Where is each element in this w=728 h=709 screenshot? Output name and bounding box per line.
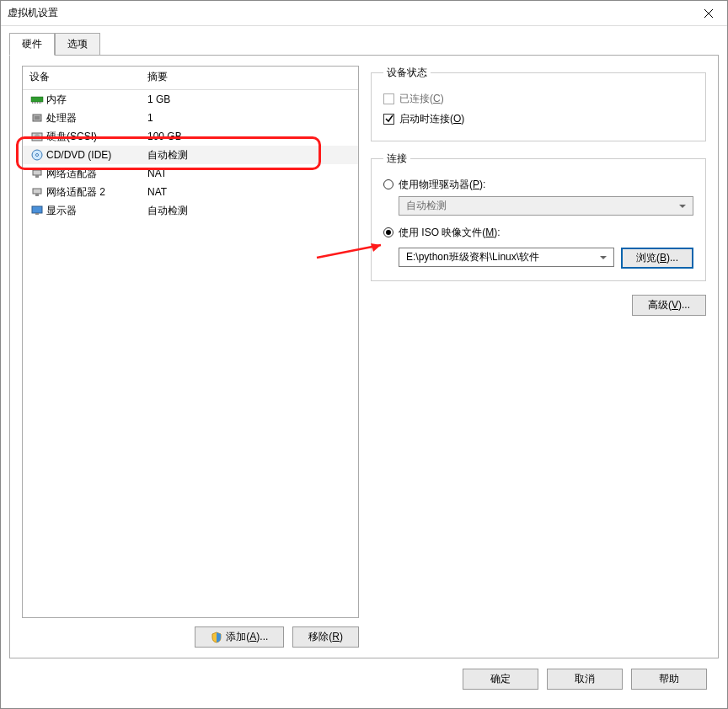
device-summary: 1 GB xyxy=(147,93,351,105)
device-summary: NAT xyxy=(147,186,351,198)
svg-rect-16 xyxy=(35,175,39,178)
advanced-button[interactable]: 高级(V)... xyxy=(632,295,706,316)
svg-rect-15 xyxy=(33,170,41,175)
tab-options[interactable]: 选项 xyxy=(55,33,100,55)
window-title: 虚拟机设置 xyxy=(8,6,58,20)
iso-radio-row[interactable]: 使用 ISO 映像文件(M): xyxy=(383,222,693,243)
svg-rect-7 xyxy=(39,102,40,104)
tab-options-label: 选项 xyxy=(67,38,88,50)
svg-rect-6 xyxy=(37,102,38,104)
device-summary: 自动检测 xyxy=(147,204,351,218)
device-row-net2[interactable]: 网络适配器 2 NAT xyxy=(23,183,358,201)
physical-drive-label: 使用物理驱动器(P): xyxy=(399,178,485,192)
device-status-group: 设备状态 已连接(C) 启动时连接(O) xyxy=(371,66,706,141)
device-name: CD/DVD (IDE) xyxy=(46,149,147,161)
connect-on-start-checkbox[interactable] xyxy=(383,114,394,125)
device-summary: NAT xyxy=(147,168,351,179)
device-row-disk[interactable]: 硬盘(SCSI) 100 GB xyxy=(23,127,358,146)
device-summary: 自动检测 xyxy=(147,148,351,163)
iso-file-row: E:\python班级资料\Linux\软件 浏览(B)... xyxy=(399,248,693,269)
browse-label: 浏览(B)... xyxy=(636,252,678,264)
device-list[interactable]: 设备 摘要 内存 1 GB 处理器 1 硬盘 xyxy=(22,66,359,618)
cpu-icon xyxy=(29,111,45,125)
connected-checkbox-row: 已连接(C) xyxy=(383,88,693,109)
tab-hardware-label: 硬件 xyxy=(22,38,42,50)
svg-rect-20 xyxy=(35,213,39,215)
advanced-label: 高级(V)... xyxy=(648,298,690,312)
browse-button[interactable]: 浏览(B)... xyxy=(621,248,693,269)
right-column: 设备状态 已连接(C) 启动时连接(O) 连接 xyxy=(371,66,706,648)
svg-rect-4 xyxy=(34,102,35,104)
physical-drive-value: 自动检测 xyxy=(406,199,447,213)
svg-rect-10 xyxy=(35,116,40,120)
dialog-body: 硬件 选项 设备 摘要 内存 1 GB 处理器 xyxy=(1,26,727,708)
vm-settings-window: 虚拟机设置 硬件 选项 设备 摘要 内存 1 GB xyxy=(0,0,728,709)
device-row-net1[interactable]: 网络适配器 NAT xyxy=(23,164,358,183)
close-icon xyxy=(704,9,713,18)
connection-legend: 连接 xyxy=(383,152,410,166)
header-device: 设备 xyxy=(29,70,147,84)
connect-on-start-label: 启动时连接(O) xyxy=(399,112,464,126)
tab-hardware[interactable]: 硬件 xyxy=(9,33,55,56)
device-row-memory[interactable]: 内存 1 GB xyxy=(23,90,358,109)
svg-rect-17 xyxy=(33,189,41,194)
svg-point-14 xyxy=(36,154,39,157)
device-buttons: 添加(A)... 移除(R) xyxy=(22,626,359,648)
help-button[interactable]: 帮助 xyxy=(631,669,707,690)
help-label: 帮助 xyxy=(659,672,679,686)
check-icon xyxy=(385,115,393,123)
iso-file-value: E:\python班级资料\Linux\软件 xyxy=(406,250,539,264)
iso-radio[interactable] xyxy=(383,227,393,237)
physical-drive-radio[interactable] xyxy=(383,179,393,189)
remove-button[interactable]: 移除(R) xyxy=(292,626,359,648)
remove-label: 移除(R) xyxy=(308,630,343,644)
device-summary: 100 GB xyxy=(147,131,351,142)
connect-on-start-checkbox-row[interactable]: 启动时连接(O) xyxy=(383,109,693,129)
display-icon xyxy=(29,204,45,217)
device-name: 硬盘(SCSI) xyxy=(46,130,147,144)
tabstrip: 硬件 选项 xyxy=(9,33,719,55)
dialog-footer: 确定 取消 帮助 xyxy=(9,658,719,700)
titlebar: 虚拟机设置 xyxy=(1,1,727,26)
chevron-down-icon xyxy=(679,205,686,208)
cancel-button[interactable]: 取消 xyxy=(547,669,623,690)
svg-rect-8 xyxy=(40,102,41,104)
device-name: 网络适配器 xyxy=(46,167,147,181)
network-icon xyxy=(29,185,45,199)
svg-point-12 xyxy=(35,134,40,139)
device-name: 显示器 xyxy=(46,204,147,218)
ok-button[interactable]: 确定 xyxy=(463,669,538,690)
svg-rect-18 xyxy=(35,194,39,196)
shield-icon xyxy=(211,632,222,643)
connection-group: 连接 使用物理驱动器(P): 自动检测 使用 ISO 映像文件(M): xyxy=(371,152,706,281)
svg-rect-5 xyxy=(35,102,36,104)
header-summary: 摘要 xyxy=(147,70,351,84)
physical-drive-radio-row[interactable]: 使用物理驱动器(P): xyxy=(383,174,693,195)
network-icon xyxy=(29,167,45,180)
device-name: 网络适配器 2 xyxy=(46,185,147,200)
memory-icon xyxy=(29,93,45,106)
device-row-cpu[interactable]: 处理器 1 xyxy=(23,109,358,127)
device-list-header: 设备 摘要 xyxy=(23,67,358,90)
svg-rect-19 xyxy=(32,206,42,213)
advanced-row: 高级(V)... xyxy=(371,295,706,316)
close-button[interactable] xyxy=(689,1,727,26)
cd-icon xyxy=(29,148,45,162)
ok-label: 确定 xyxy=(490,672,511,686)
connected-checkbox xyxy=(383,93,394,104)
device-name: 处理器 xyxy=(46,111,147,125)
connected-label: 已连接(C) xyxy=(399,92,444,106)
add-button[interactable]: 添加(A)... xyxy=(195,626,284,648)
iso-file-combobox[interactable]: E:\python班级资料\Linux\软件 xyxy=(399,248,614,267)
chevron-down-icon xyxy=(600,256,607,259)
iso-label: 使用 ISO 映像文件(M): xyxy=(399,226,500,240)
tab-panel: 设备 摘要 内存 1 GB 处理器 1 硬盘 xyxy=(9,55,719,658)
device-row-cddvd[interactable]: CD/DVD (IDE) 自动检测 xyxy=(23,146,358,164)
disk-icon xyxy=(29,130,45,143)
device-summary: 1 xyxy=(147,112,351,124)
device-row-display[interactable]: 显示器 自动检测 xyxy=(23,201,358,220)
device-name: 内存 xyxy=(46,93,147,107)
physical-drive-select: 自动检测 xyxy=(399,196,693,216)
svg-rect-2 xyxy=(31,97,43,102)
left-column: 设备 摘要 内存 1 GB 处理器 1 硬盘 xyxy=(22,66,359,648)
